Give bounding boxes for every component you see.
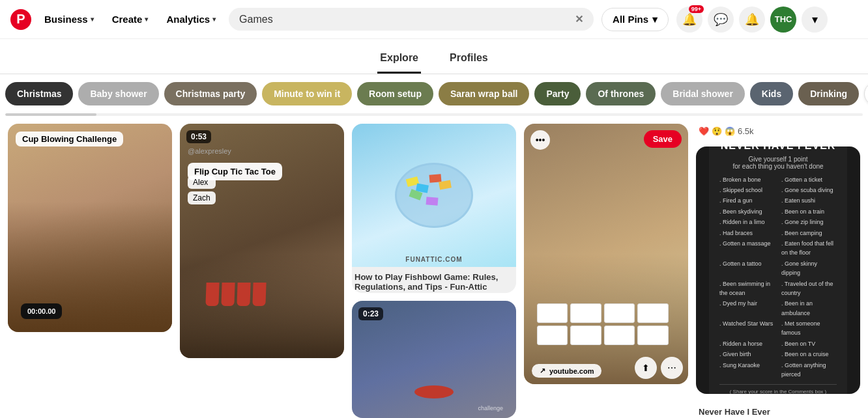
chip-christmas[interactable]: Christmas bbox=[5, 82, 73, 105]
pin-video-challenge[interactable]: challenge 0:23 bbox=[352, 301, 516, 418]
tiktok-users: Alex Zach bbox=[188, 176, 216, 204]
filter-row: Christmas Baby shower Christmas party Mi… bbox=[0, 74, 868, 113]
tab-explore[interactable]: Explore bbox=[377, 47, 421, 74]
never-have-desc: Never Have I Ever ? bbox=[696, 402, 860, 418]
create-nav[interactable]: Create ▾ bbox=[107, 10, 154, 29]
outdoor-game-upload-btn[interactable]: ⬆ bbox=[635, 357, 657, 379]
fishbowl-desc: How to Play Fishbowl Game: Rules, Regula… bbox=[352, 267, 516, 293]
outdoor-game-actions: ⬆ ⋯ bbox=[635, 357, 683, 379]
masonry-col-0: 00:00.00 Cup Blowing Challenge bbox=[8, 124, 172, 418]
chip-minute-to-win-it[interactable]: Minute to win it bbox=[262, 82, 352, 105]
fire-emoji: 😱 bbox=[725, 126, 735, 136]
filter-next-arrow[interactable]: › bbox=[864, 82, 868, 105]
wow-emoji: 😲 bbox=[712, 126, 722, 136]
chip-kids[interactable]: Kids bbox=[750, 82, 793, 105]
flip-cup-time-badge: 0:53 bbox=[186, 130, 211, 143]
masonry-col-2: FUNATTIC.COM How to Play Fishbowl Game: … bbox=[352, 124, 516, 418]
heart-emoji: ❤️ bbox=[699, 126, 709, 136]
chip-room-setup[interactable]: Room setup bbox=[357, 82, 433, 105]
messages-button[interactable]: 💬 bbox=[708, 7, 734, 33]
tiktok-user-alex: Alex bbox=[188, 176, 216, 189]
never-have-grid: . Broken a bone. Gotten a ticket . Skipp… bbox=[719, 175, 837, 380]
pinterest-logo-area[interactable]: P bbox=[10, 9, 31, 30]
business-chevron-icon: ▾ bbox=[91, 16, 94, 23]
analytics-chevron-icon: ▾ bbox=[212, 16, 216, 23]
chip-drinking[interactable]: Drinking bbox=[798, 82, 859, 105]
notification-badge: 99+ bbox=[689, 5, 704, 13]
business-nav[interactable]: Business ▾ bbox=[39, 10, 99, 29]
pin-never-have-i-ever[interactable]: NEVER HAVE I EVER Give yourself 1 pointf… bbox=[696, 146, 860, 394]
never-have-footer: ( Share your score in the Comments box )… bbox=[719, 384, 837, 394]
pin-outdoor-game[interactable]: Save ••• ↗ youtube.com ⬆ ⋯ bbox=[524, 124, 688, 384]
youtube-source-badge: ↗ youtube.com bbox=[532, 364, 601, 378]
outdoor-game-more-options-btn[interactable]: ⋯ bbox=[661, 357, 683, 379]
never-have-scene: NEVER HAVE I EVER Give yourself 1 pointf… bbox=[696, 146, 860, 394]
tab-bar: Explore Profiles bbox=[0, 39, 868, 74]
header-icons: 🔔 99+ 💬 🔔 THC ▾ bbox=[676, 7, 828, 33]
avatar-button[interactable]: THC bbox=[770, 7, 796, 33]
outdoor-game-more-btn[interactable]: ••• bbox=[530, 130, 550, 150]
notifications-button[interactable]: 🔔 99+ bbox=[676, 7, 702, 33]
external-link-icon: ↗ bbox=[540, 367, 545, 375]
masonry-col-4: ❤️ 😲 😱 6.5k NEVER HAVE I EVER Give yours… bbox=[696, 124, 860, 418]
tab-profiles[interactable]: Profiles bbox=[447, 47, 491, 74]
chip-saran-wrap-ball[interactable]: Saran wrap ball bbox=[439, 82, 529, 105]
all-pins-chevron-icon: ▾ bbox=[652, 14, 658, 25]
never-have-subtitle: Give yourself 1 pointfor each thing you … bbox=[719, 156, 837, 170]
analytics-nav[interactable]: Analytics ▾ bbox=[161, 10, 221, 29]
scrollbar-thumb bbox=[5, 113, 96, 116]
filter-scrollbar bbox=[5, 113, 863, 116]
all-pins-button[interactable]: All Pins ▾ bbox=[601, 8, 669, 31]
pin-grid: 00:00.00 Cup Blowing Challenge 0:53 @ale… bbox=[0, 118, 868, 418]
cup-blowing-label: Cup Blowing Challenge bbox=[16, 132, 123, 146]
video-challenge-time-badge: 0:23 bbox=[358, 307, 383, 320]
search-bar: ✕ bbox=[229, 8, 594, 31]
chip-of-thrones[interactable]: Of thrones bbox=[586, 82, 656, 105]
masonry-col-3: Save ••• ↗ youtube.com ⬆ ⋯ bbox=[524, 124, 688, 418]
search-clear-icon[interactable]: ✕ bbox=[575, 13, 583, 25]
updates-button[interactable]: 🔔 bbox=[739, 7, 765, 33]
reaction-row: ❤️ 😲 😱 6.5k bbox=[696, 124, 860, 139]
pin-cup-blowing[interactable]: 00:00.00 Cup Blowing Challenge bbox=[8, 124, 172, 332]
chip-bridal-shower[interactable]: Bridal shower bbox=[661, 82, 745, 105]
tiktok-user-zach: Zach bbox=[188, 191, 216, 204]
masonry-col-1: 0:53 @alexpresley Flip Cup Tic Tac Toe A… bbox=[180, 124, 344, 418]
pinterest-logo: P bbox=[10, 9, 31, 30]
pin-flip-cup[interactable]: 0:53 @alexpresley Flip Cup Tic Tac Toe A… bbox=[180, 124, 344, 358]
never-have-card: NEVER HAVE I EVER Give yourself 1 pointf… bbox=[709, 146, 847, 394]
reaction-count: 6.5k bbox=[738, 126, 754, 136]
header: P Business ▾ Create ▾ Analytics ▾ ✕ All … bbox=[0, 0, 868, 39]
create-chevron-icon: ▾ bbox=[145, 16, 148, 23]
chip-christmas-party[interactable]: Christmas party bbox=[164, 82, 257, 105]
search-input[interactable] bbox=[239, 14, 570, 25]
pin-fishbowl[interactable]: FUNATTIC.COM How to Play Fishbowl Game: … bbox=[352, 124, 516, 293]
expand-button[interactable]: ▾ bbox=[802, 7, 828, 33]
chip-baby-shower[interactable]: Baby shower bbox=[78, 82, 158, 105]
never-have-title: NEVER HAVE I EVER bbox=[719, 146, 837, 152]
chip-party[interactable]: Party bbox=[534, 82, 581, 105]
outdoor-game-save-btn[interactable]: Save bbox=[644, 130, 682, 148]
